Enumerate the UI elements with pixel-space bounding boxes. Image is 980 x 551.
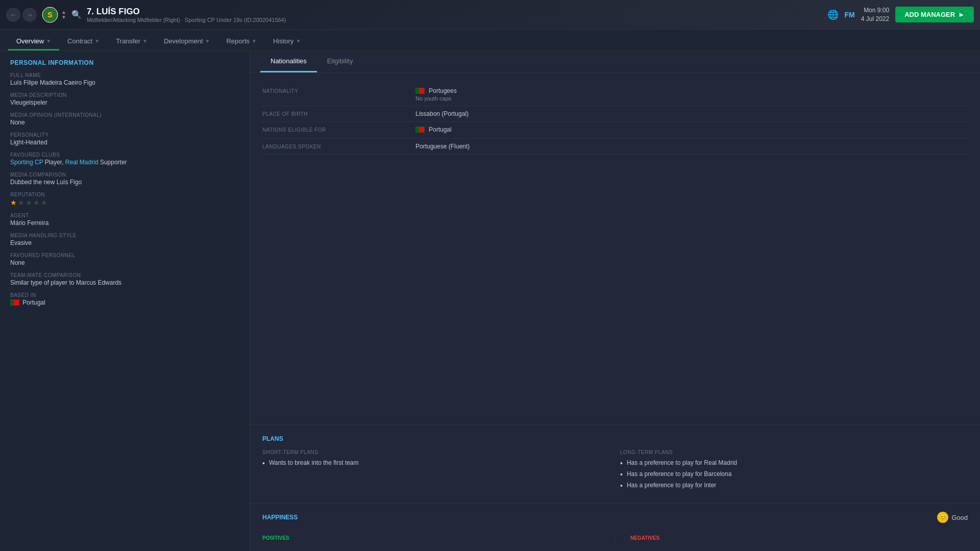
tab-eligibility[interactable]: Eligibility: [317, 51, 363, 72]
club-icon: S: [41, 6, 59, 24]
tab-overview[interactable]: Overview ▼: [8, 33, 59, 51]
reputation-label: REPUTATION: [10, 192, 239, 197]
tab-nationalities[interactable]: Nationalities: [260, 51, 317, 72]
tab-contract[interactable]: Contract ▼: [59, 33, 108, 51]
personality-group: PERSONALITY Light-Hearted: [10, 132, 239, 146]
agent-value: Mário Ferreira: [10, 219, 239, 227]
star-2: ★: [18, 198, 24, 207]
long-term-plans: LONG-TERM PLANS Has a preference to play…: [620, 449, 968, 493]
star-3: ★: [26, 198, 32, 207]
player-info: 7. LUÍS FIGO Midfielder/Attacking Midfie…: [87, 7, 286, 23]
agent-label: AGENT: [10, 213, 239, 218]
nations-eligible-value: Portugal: [415, 126, 968, 134]
nationality-value: Portugees No youth caps: [415, 87, 968, 102]
top-bar: ← → S ▲ ▼ 🔍 7. LUÍS FIGO Midfielder/Atta…: [0, 0, 980, 30]
media-comparison-value: Dubbed the new Luís Figo: [10, 179, 239, 186]
fm-badge: FM: [845, 11, 855, 19]
left-panel: PERSONAL INFORMATION FULL NAME Luís Fili…: [0, 51, 250, 551]
svg-text:S: S: [47, 11, 52, 19]
place-of-birth-row: PLACE OF BIRTH Lissabon (Portugal): [262, 106, 968, 122]
long-term-label: LONG-TERM PLANS: [620, 449, 968, 455]
search-button[interactable]: 🔍: [71, 10, 82, 19]
teammate-comparison-group: TEAM-MATE COMPARISON Similar type of pla…: [10, 272, 239, 286]
tab-transfer[interactable]: Transfer ▼: [108, 33, 156, 51]
negatives-col: NEGATIVES: [620, 535, 968, 541]
happiness-status: Good: [951, 514, 968, 521]
prev-player-button[interactable]: ▲: [61, 10, 66, 15]
date: 4 Jul 2022: [861, 15, 889, 23]
chevron-down-icon: ▼: [296, 38, 301, 44]
happiness-grid: POSITIVES NEGATIVES: [262, 535, 968, 541]
favoured-clubs-label: FAVOURED CLUBS: [10, 152, 239, 158]
nav-arrows: ← →: [6, 8, 37, 22]
favoured-personnel-value: None: [10, 259, 239, 266]
chevron-down-icon: ▼: [94, 38, 100, 44]
media-handling-label: MEDIA HANDLING STYLE: [10, 233, 239, 238]
forward-button[interactable]: →: [22, 8, 37, 22]
place-of-birth-label: PLACE OF BIRTH: [262, 110, 415, 117]
nationality-entry: Portugees: [415, 87, 968, 94]
star-5: ★: [41, 198, 47, 207]
based-in-country: Portugal: [22, 299, 45, 306]
right-tabs: Nationalities Eligibility: [250, 51, 980, 73]
back-button[interactable]: ←: [6, 8, 20, 22]
personality-value: Light-Hearted: [10, 139, 239, 146]
media-opinion-label: MEDIA OPINION (INTERNATIONAL): [10, 112, 239, 118]
media-opinion-value: None: [10, 119, 239, 126]
portugal-flag-icon: [415, 127, 425, 133]
media-handling-group: MEDIA HANDLING STYLE Evasive: [10, 233, 239, 246]
chevron-down-icon: ▼: [205, 38, 210, 44]
place-of-birth-value: Lissabon (Portugal): [415, 110, 968, 117]
reputation-group: REPUTATION ★ ★ ★ ★ ★: [10, 192, 239, 207]
full-name-label: FULL NAME: [10, 72, 239, 78]
reputation-stars: ★ ★ ★ ★ ★: [10, 198, 239, 207]
next-player-button[interactable]: ▼: [61, 15, 66, 20]
languages-value: Portuguese (Fluent): [415, 143, 968, 150]
long-term-list: Has a preference to play for Real Madrid…: [620, 459, 968, 490]
chevron-down-icon: ▼: [46, 38, 51, 44]
portugal-flag-icon: [10, 299, 19, 306]
plans-title: PLANS: [262, 435, 968, 442]
tab-history[interactable]: History ▼: [265, 33, 309, 51]
languages-label: LANGUAGES SPOKEN: [262, 143, 415, 149]
star-1: ★: [10, 198, 17, 207]
list-item: Has a preference to play for Barcelona: [620, 470, 968, 479]
media-description-value: Vleugelspeler: [10, 99, 239, 106]
star-4: ★: [33, 198, 40, 207]
favoured-clubs-value: Sporting CP Player, Real Madrid Supporte…: [10, 159, 239, 166]
eligible-nation-name: Portugal: [429, 126, 452, 133]
happiness-badge: 😊 Good: [937, 512, 968, 523]
nationality-row: NATIONALITY Portugees No youth caps: [262, 83, 968, 106]
teammate-comparison-label: TEAM-MATE COMPARISON: [10, 272, 239, 278]
languages-row: LANGUAGES SPOKEN Portuguese (Fluent): [262, 139, 968, 155]
media-description-group: MEDIA DESCRIPTION Vleugelspeler: [10, 92, 239, 106]
player-name: 7. LUÍS FIGO: [87, 7, 286, 17]
full-name-value: Luís Filipe Madeira Caeiro Figo: [10, 79, 239, 86]
datetime: Mon 9:00 4 Jul 2022: [861, 6, 889, 23]
youth-caps: No youth caps: [415, 95, 968, 102]
list-item: Wants to break into the first team: [262, 459, 610, 467]
favoured-personnel-label: FAVOURED PERSONNEL: [10, 253, 239, 258]
plans-grid: SHORT-TERM PLANS Wants to break into the…: [262, 449, 968, 493]
media-comparison-label: MEDIA COMPARISON: [10, 172, 239, 178]
positives-col: POSITIVES: [262, 535, 610, 541]
portugal-flag-icon: [415, 88, 425, 94]
eligible-nation-entry: Portugal: [415, 126, 968, 133]
tab-development[interactable]: Development ▼: [156, 33, 218, 51]
media-handling-value: Evasive: [10, 239, 239, 246]
tab-reports[interactable]: Reports ▼: [218, 33, 264, 51]
media-comparison-group: MEDIA COMPARISON Dubbed the new Luís Fig…: [10, 172, 239, 186]
based-in-label: BASED IN: [10, 292, 239, 298]
globe-icon: 🌐: [827, 9, 839, 20]
player-nav-arrows: ▲ ▼: [61, 10, 66, 20]
nations-eligible-row: NATIONS ELIGIBLE FOR Portugal: [262, 122, 968, 139]
add-manager-button[interactable]: ADD MANAGER ►: [895, 7, 974, 22]
agent-group: AGENT Mário Ferreira: [10, 213, 239, 227]
list-item: Has a preference to play for Inter: [620, 482, 968, 490]
favoured-personnel-group: FAVOURED PERSONNEL None: [10, 253, 239, 266]
nav-tabs: Overview ▼ Contract ▼ Transfer ▼ Develop…: [0, 30, 980, 51]
nationality-name: Portugees: [429, 87, 457, 94]
chevron-down-icon: ▼: [142, 38, 148, 44]
nationality-table: NATIONALITY Portugees No youth caps PLAC…: [262, 83, 968, 155]
nationality-label: NATIONALITY: [262, 87, 415, 94]
